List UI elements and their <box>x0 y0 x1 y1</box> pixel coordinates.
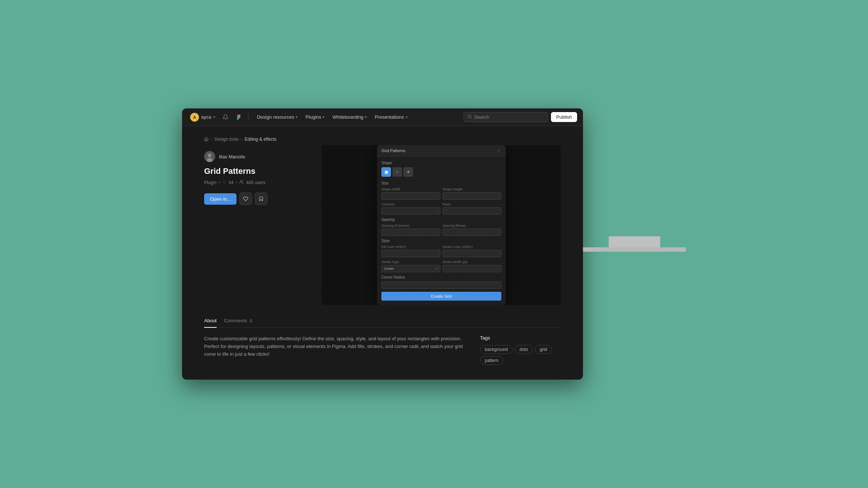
breadcrumb-home-icon[interactable] <box>204 136 209 142</box>
plugin-author: Ilias Manolis <box>204 151 307 162</box>
plugins-chevron-icon: ▾ <box>323 115 324 119</box>
plugin-info-panel: Ilias Manolis Grid Patterns Plugin • ♡ 4… <box>204 145 307 305</box>
breadcrumb-sep-2: › <box>241 137 242 142</box>
design-resources-chevron-icon: ▾ <box>296 115 298 119</box>
svg-point-2 <box>208 154 211 157</box>
monitor-stand <box>583 236 686 252</box>
username: ayca <box>201 114 211 120</box>
breadcrumb-design-tools[interactable]: Design tools <box>214 137 239 142</box>
user-chevron-icon: ▾ <box>213 115 215 119</box>
nav-links: Design resources ▾ Plugins ▾ Whiteboardi… <box>253 112 460 122</box>
plugin-meta: Plugin • ♡ 44 • 445 users <box>204 180 307 185</box>
tag-pattern[interactable]: pattern <box>480 356 503 365</box>
tag-grid[interactable]: grid <box>535 345 552 354</box>
stand-neck <box>609 236 660 247</box>
plugin-description: Create customizable grid patterns effort… <box>204 335 465 365</box>
tab-comments[interactable]: Comments 0 <box>224 314 252 328</box>
presentations-chevron-icon: ▾ <box>406 115 408 119</box>
main-content: › Design tools › Editing & effects Ilias <box>182 126 583 380</box>
nav-right: Search Publish <box>463 112 577 122</box>
svg-point-0 <box>468 115 471 118</box>
breadcrumb: › Design tools › Editing & effects <box>204 133 561 145</box>
search-placeholder: Search <box>474 114 489 120</box>
like-button[interactable] <box>239 193 252 205</box>
nav-divider <box>248 114 249 121</box>
preview-background-dots <box>322 145 561 305</box>
tabs-area: About Comments 0 <box>204 314 561 328</box>
open-in-button[interactable]: Open in... <box>204 193 236 205</box>
breadcrumb-sep-1: › <box>211 137 212 142</box>
author-name: Ilias Manolis <box>219 154 245 159</box>
meta-dot-1: • <box>218 180 220 185</box>
notification-bell-icon[interactable] <box>220 112 231 122</box>
figma-icon[interactable] <box>234 112 244 122</box>
users-icon <box>239 180 244 185</box>
author-avatar <box>204 151 215 162</box>
plugin-type: Plugin <box>204 180 216 185</box>
meta-dot-2: • <box>236 180 237 185</box>
plugin-title: Grid Patterns <box>204 166 307 176</box>
comments-badge: 0 <box>250 319 252 323</box>
whiteboarding-chevron-icon: ▾ <box>365 115 367 119</box>
tags-list: background dots grid pattern <box>480 345 561 365</box>
tabs-row: About Comments 0 <box>204 314 561 327</box>
plugin-users: 445 users <box>246 180 266 185</box>
tag-dots[interactable]: dots <box>515 345 533 354</box>
navbar: A ayca ▾ Design resources <box>182 108 583 126</box>
stand-base <box>583 247 686 252</box>
svg-point-4 <box>241 180 242 182</box>
search-icon <box>467 114 472 120</box>
nav-plugins[interactable]: Plugins ▾ <box>302 112 328 122</box>
plugin-actions: Open in... <box>204 193 307 205</box>
nav-presentations[interactable]: Presentations ▾ <box>371 112 411 122</box>
heart-icon: ♡ <box>223 180 227 185</box>
publish-button[interactable]: Publish <box>551 112 577 122</box>
nav-design-resources[interactable]: Design resources ▾ <box>253 112 301 122</box>
avatar: A <box>190 113 199 122</box>
plugin-likes: 44 <box>229 180 234 185</box>
tags-title: Tags <box>480 335 561 341</box>
search-box[interactable]: Search <box>463 112 548 122</box>
bookmark-button[interactable] <box>255 193 267 205</box>
tags-panel: Tags background dots grid pattern <box>480 335 561 365</box>
plugin-preview: Grid Patterns × Shape ▣ ○ ✦ Size <box>322 145 561 305</box>
user-menu[interactable]: A ayca ▾ <box>188 111 217 123</box>
tab-about[interactable]: About <box>204 314 217 328</box>
breadcrumb-current: Editing & effects <box>245 137 277 142</box>
tag-background[interactable]: background <box>480 345 513 354</box>
content-area: Ilias Manolis Grid Patterns Plugin • ♡ 4… <box>204 145 561 305</box>
tab-content: Create customizable grid patterns effort… <box>204 328 561 372</box>
nav-whiteboarding[interactable]: Whiteboarding ▾ <box>329 112 370 122</box>
